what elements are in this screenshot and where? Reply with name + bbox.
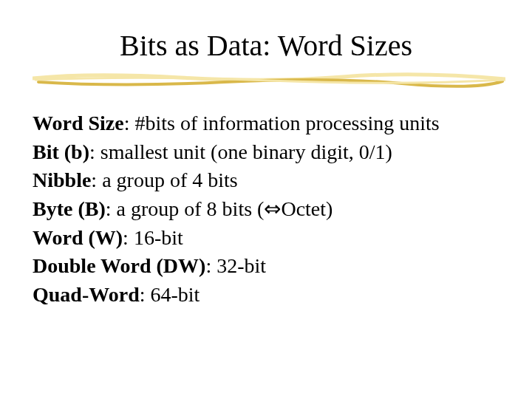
term: Word (W) (33, 226, 123, 249)
title-underline-decoration (33, 71, 505, 89)
definition-part2: Octet) (281, 197, 332, 220)
slide: Bits as Data: Word Sizes Word Size: #bit… (0, 0, 532, 399)
line-quad-word: Quad-Word: 64-bit (33, 281, 505, 310)
term: Double Word (DW) (33, 254, 205, 277)
definition: : 32-bit (205, 254, 266, 277)
definition-part1: : a group of 8 bits ( (106, 197, 265, 220)
term: Byte (B) (33, 197, 106, 220)
line-word-size: Word Size: #bits of information processi… (33, 109, 505, 138)
term: Word Size (33, 112, 124, 134)
term: Bit (b) (33, 140, 89, 163)
double-arrow-icon: ⇔ (264, 197, 281, 220)
term: Nibble (33, 168, 91, 191)
definition: : 16-bit (123, 226, 183, 249)
definition: : smallest unit (one binary digit, 0/1) (89, 140, 392, 163)
line-double-word: Double Word (DW): 32-bit (33, 252, 505, 281)
slide-title: Bits as Data: Word Sizes (0, 28, 532, 63)
line-word: Word (W): 16-bit (33, 224, 505, 253)
line-nibble: Nibble: a group of 4 bits (33, 166, 505, 195)
definition: : a group of 4 bits (91, 168, 237, 191)
definition: : #bits of information processing units (124, 112, 440, 134)
term: Quad-Word (33, 283, 140, 306)
line-bit: Bit (b): smallest unit (one binary digit… (33, 138, 505, 167)
line-byte: Byte (B): a group of 8 bits (⇔Octet) (33, 195, 505, 224)
content-block: Word Size: #bits of information processi… (33, 109, 505, 309)
definition: : 64-bit (140, 283, 200, 306)
